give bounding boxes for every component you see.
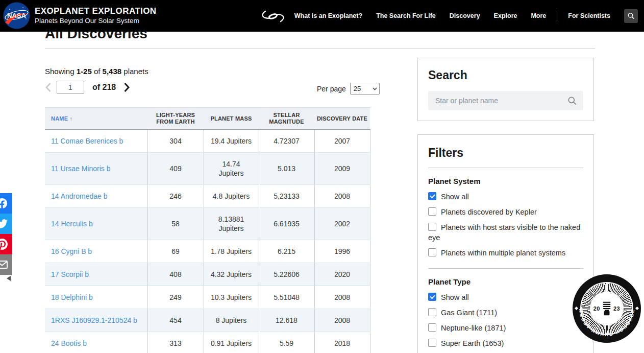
header-search-button[interactable]: [624, 9, 638, 23]
checkbox[interactable]: [428, 223, 436, 231]
stellar-magnitude-cell: 5.23133: [259, 185, 314, 208]
sidebar-search-input[interactable]: [434, 96, 567, 105]
planet-name-link[interactable]: 17 Scorpii b: [51, 270, 89, 278]
checkbox[interactable]: [428, 308, 436, 316]
light-years-cell: 249: [147, 286, 204, 309]
filter-option[interactable]: Super Earth (1653): [428, 338, 583, 348]
email-icon: [0, 258, 8, 271]
title-divider: [45, 49, 595, 49]
nasa-logo-icon: NASA: [3, 2, 31, 30]
nav-item-for-scientists[interactable]: For Scientists: [568, 12, 610, 19]
planet-mass-cell: 10.3 Jupiters: [204, 286, 259, 309]
checkbox[interactable]: [428, 248, 436, 256]
next-page-button[interactable]: [123, 82, 130, 93]
sidebar-search-box[interactable]: [428, 91, 583, 110]
discovery-date-cell: 2020: [314, 263, 370, 286]
nav-item[interactable]: Explore: [494, 12, 517, 19]
light-years-cell: 454: [147, 309, 204, 332]
planet-name-link[interactable]: 14 Andromedae b: [51, 192, 108, 200]
checkbox[interactable]: [428, 339, 436, 347]
filter-option[interactable]: Planets with host stars visible to the n…: [428, 222, 583, 243]
planet-mass-cell: 19.4 Jupiters: [204, 130, 259, 153]
chevron-right-icon: [123, 82, 130, 93]
nav-item[interactable]: More: [531, 12, 546, 19]
filter-option[interactable]: Planets discovered by Kepler: [428, 207, 583, 217]
discovery-date-cell: 1996: [314, 240, 370, 263]
twitter-share-button[interactable]: [0, 214, 12, 234]
light-years-cell: 246: [147, 185, 204, 208]
per-page-select[interactable]: 25: [350, 83, 380, 95]
twitter-icon: [0, 218, 8, 229]
results-total: 5,438: [103, 67, 122, 76]
search-title: Search: [428, 68, 583, 82]
planet-name-link[interactable]: 11 Comae Berenices b: [51, 137, 123, 145]
page-total-label: of 218: [92, 83, 116, 92]
filter-option[interactable]: Planets within multiple planet systems: [428, 248, 583, 258]
checkbox[interactable]: [428, 192, 436, 200]
discovery-date-cell: 2008: [314, 309, 370, 332]
table-header-row: NAME ↑ LIGHT-YEARS FROM EARTH PLANET MAS…: [45, 108, 370, 130]
svg-text:WEBBY AWARD HONOREE: WEBBY AWARD HONOREE: [578, 308, 635, 337]
stellar-magnitude-cell: 6.61935: [259, 208, 314, 240]
sort-ascending-icon: ↑: [69, 115, 72, 122]
column-header-name[interactable]: NAME ↑: [45, 108, 147, 130]
results-summary: Showing 1-25 of 5,438 planets: [45, 67, 148, 76]
checkbox[interactable]: [428, 293, 436, 301]
planet-mass-cell: 0.91 Jupiters: [204, 332, 259, 353]
stellar-magnitude-cell: 12.618: [259, 309, 314, 332]
planet-name-link[interactable]: 16 Cygni B b: [51, 247, 92, 255]
table-row: 11 Comae Berenices b 304 19.4 Jupiters 4…: [45, 130, 370, 153]
planet-name-link[interactable]: 14 Herculis b: [51, 220, 93, 228]
filter-option[interactable]: Show all: [428, 192, 583, 202]
filters-title: Filters: [428, 146, 583, 160]
filter-option[interactable]: Show all: [428, 292, 583, 302]
discovery-date-cell: 2008: [314, 286, 370, 309]
filter-option[interactable]: Gas Giant (1711): [428, 308, 583, 318]
per-page-control: Per page 25: [317, 83, 380, 95]
planet-mass-cell: 4.8 Jupiters: [204, 185, 259, 208]
pinterest-share-button[interactable]: [0, 234, 12, 254]
collapse-rail-arrow[interactable]: [7, 276, 11, 281]
table-row: 11 Ursae Minoris b 409 14.74 Jupiters 5.…: [45, 153, 370, 185]
brand-title: EXOPLANET EXPLORATION: [35, 6, 157, 16]
brand-home-link[interactable]: NASA EXOPLANET EXPLORATION Planets Beyon…: [3, 2, 157, 30]
table-row: 16 Cygni B b 69 1.78 Jupiters 6.215 1996: [45, 240, 370, 263]
nav-divider: [557, 11, 557, 21]
per-page-label: Per page: [317, 85, 346, 93]
facebook-share-button[interactable]: [0, 193, 12, 214]
filter-group-title-planet-system: Planet System: [428, 177, 583, 185]
email-share-button[interactable]: [0, 254, 12, 275]
column-header-light-years[interactable]: LIGHT-YEARS FROM EARTH: [147, 108, 204, 130]
checkbox[interactable]: [428, 207, 436, 216]
social-share-rail: [0, 193, 12, 275]
divider: [428, 268, 583, 269]
planet-name-link[interactable]: 1RXS J160929.1-210524 b: [51, 316, 137, 324]
badge-arc-text: WEBBY AWARD HONOREE: [578, 308, 635, 337]
discovery-date-cell: 2009: [314, 153, 370, 185]
nav-item[interactable]: Discovery: [450, 12, 480, 19]
webby-award-badge[interactable]: 20 23 WEBBY AWARD HONOREE: [573, 274, 641, 343]
planets-table: NAME ↑ LIGHT-YEARS FROM EARTH PLANET MAS…: [45, 107, 370, 353]
previous-page-button[interactable]: [45, 82, 52, 93]
table-row: 24 Bootis b 313 0.91 Jupiters 5.59 2018: [45, 332, 370, 353]
filters-card: Filters Planet System Show all Planets d…: [417, 134, 594, 353]
nav-item[interactable]: The Search For Life: [376, 12, 436, 19]
planet-mass-cell: 4.32 Jupiters: [204, 263, 259, 286]
brand-subtitle: Planets Beyond Our Solar System: [35, 16, 157, 26]
light-years-cell: 69: [147, 240, 204, 263]
planet-name-link[interactable]: 18 Delphini b: [51, 293, 93, 301]
page-number-input[interactable]: [57, 81, 84, 94]
column-header-planet-mass[interactable]: PLANET MASS: [204, 108, 259, 130]
checkbox[interactable]: [428, 323, 436, 332]
filter-option[interactable]: Neptune-like (1871): [428, 323, 583, 333]
nav-item[interactable]: What is an Exoplanet?: [294, 12, 362, 19]
divider: [428, 168, 583, 168]
stellar-magnitude-cell: 5.59: [259, 332, 314, 353]
column-header-stellar-magnitude[interactable]: STELLAR MAGNITUDE: [259, 108, 314, 130]
column-header-discovery-date[interactable]: DISCOVERY DATE: [314, 108, 370, 130]
light-years-cell: 408: [147, 263, 204, 286]
main-nav: What is an Exoplanet? The Search For Lif…: [294, 0, 638, 32]
stellar-magnitude-cell: 6.215: [259, 240, 314, 263]
planet-name-link[interactable]: 24 Bootis b: [51, 339, 87, 347]
planet-name-link[interactable]: 11 Ursae Minoris b: [51, 164, 110, 173]
